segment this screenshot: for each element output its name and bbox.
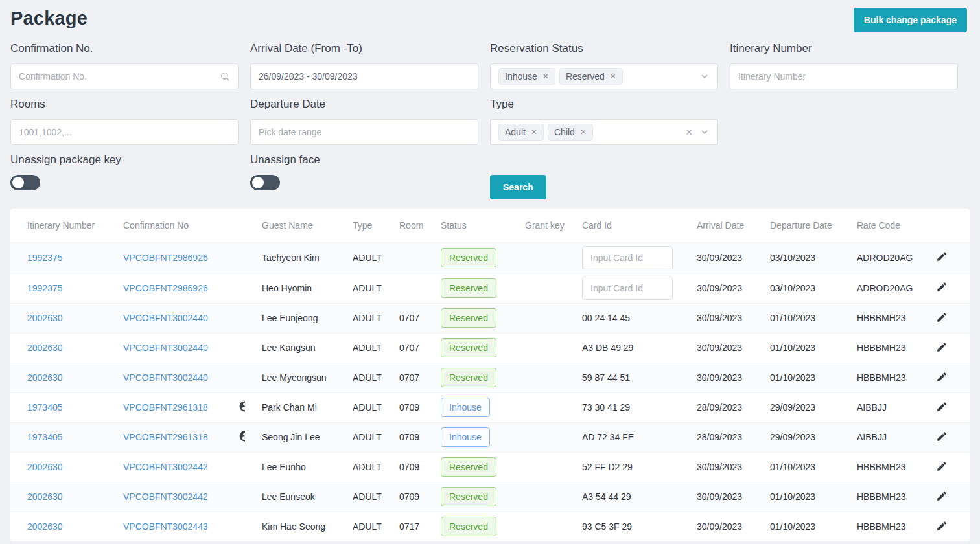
column-header: Departure Date	[753, 209, 840, 242]
itinerary-link[interactable]: 2002630	[27, 372, 63, 383]
bulk-change-package-button[interactable]: Bulk change package	[854, 8, 967, 32]
rate-code: ADROD20AG	[840, 242, 919, 273]
confirmation-link[interactable]: VPCOBFNT3002440	[123, 372, 208, 383]
room-number: 0707	[382, 333, 424, 363]
rate-code: HBBBMH23	[840, 452, 919, 482]
filter-search: Search	[490, 145, 718, 199]
confirmation-link[interactable]: VPCOBFNT3002442	[123, 492, 208, 502]
filter-spacer	[730, 89, 958, 145]
person-icon	[239, 430, 245, 442]
tag-label: Child	[554, 127, 575, 137]
search-button[interactable]: Search	[490, 175, 546, 199]
itinerary-link[interactable]: 2002630	[27, 343, 63, 353]
itinerary-link[interactable]: 1992375	[27, 283, 63, 293]
table-row: 2002630 VPCOBFNT3002442 Lee Eunho ADULT …	[10, 452, 970, 482]
results-table-card: Itinerary NumberConfirmation NoGuest Nam…	[10, 209, 970, 541]
itinerary-number-input[interactable]	[738, 64, 950, 89]
confirmation-link[interactable]: VPCOBFNT3002442	[123, 462, 208, 472]
confirmation-link[interactable]: VPCOBFNT3002440	[123, 343, 208, 353]
table-row: 2002630 VPCOBFNT3002442 Lee Eunseok ADUL…	[10, 482, 970, 512]
card-id-value: 00 24 14 45	[582, 313, 630, 323]
itinerary-number-label: Itinerary Number	[730, 42, 958, 56]
guest-type: ADULT	[336, 242, 382, 273]
status-badge: Inhouse	[441, 398, 490, 417]
card-id-input[interactable]	[582, 277, 673, 300]
rate-code: AIBBJJ	[840, 392, 919, 422]
rooms-input[interactable]	[19, 120, 230, 144]
status-badge: Reserved	[441, 517, 496, 536]
departure-date: 01/10/2023	[753, 482, 840, 512]
edit-icon[interactable]	[936, 431, 948, 442]
chevron-down-icon[interactable]	[699, 127, 710, 137]
card-id-value: AD 72 34 FE	[582, 432, 634, 442]
table-row: 1973405 VPCOBFNT2961318 Park Chan Mi ADU…	[10, 392, 970, 422]
edit-icon[interactable]	[936, 251, 948, 262]
column-header: Grant key	[508, 209, 565, 242]
arrival-date: 28/09/2023	[680, 422, 753, 452]
status-badge: Reserved	[441, 248, 496, 267]
confirmation-no-input[interactable]	[19, 64, 216, 89]
filters-panel: Confirmation No. Arrival Date (From -To)…	[0, 32, 980, 199]
confirmation-link[interactable]: VPCOBFNT2986926	[123, 283, 208, 293]
unassign-face-toggle[interactable]	[250, 175, 280, 190]
itinerary-link[interactable]: 1973405	[27, 402, 63, 413]
confirmation-link[interactable]: VPCOBFNT3002443	[123, 521, 208, 532]
filter-reservation-status: Reservation Status Inhouse ✕ Reserved ✕	[490, 34, 718, 89]
edit-icon[interactable]	[936, 341, 948, 353]
itinerary-link[interactable]: 2002630	[27, 462, 63, 472]
guest-name: Lee Eunjeong	[245, 303, 336, 333]
guest-type: ADULT	[336, 422, 382, 452]
type-label: Type	[490, 98, 718, 112]
itinerary-link[interactable]: 1992375	[27, 253, 63, 263]
tag-label: Reserved	[566, 71, 605, 82]
column-header: Card Id	[565, 209, 680, 242]
edit-icon[interactable]	[936, 490, 948, 502]
edit-icon[interactable]	[936, 520, 948, 532]
type-tag: Adult ✕	[498, 124, 544, 141]
confirmation-link[interactable]: VPCOBFNT2961318	[123, 402, 208, 413]
edit-icon[interactable]	[936, 312, 948, 323]
departure-date-input[interactable]	[259, 120, 470, 144]
edit-icon[interactable]	[936, 460, 948, 472]
type-select[interactable]: Adult ✕ Child ✕ ✕	[490, 119, 718, 145]
person-icon	[239, 400, 245, 413]
remove-tag-icon[interactable]: ✕	[531, 128, 537, 136]
itinerary-link[interactable]: 2002630	[27, 521, 63, 532]
card-id-value: 93 C5 3F 29	[582, 521, 632, 532]
itinerary-link[interactable]: 2002630	[27, 313, 63, 323]
clear-select-icon[interactable]: ✕	[685, 127, 693, 137]
guest-type: ADULT	[336, 512, 382, 541]
itinerary-link[interactable]: 2002630	[27, 492, 63, 502]
status-badge: Reserved	[441, 278, 496, 298]
edit-icon[interactable]	[936, 281, 948, 293]
grant-key-cell	[508, 303, 565, 333]
grant-key-cell	[508, 333, 565, 363]
rate-code: HBBBMH23	[840, 512, 919, 541]
reservation-status-select[interactable]: Inhouse ✕ Reserved ✕	[490, 63, 718, 89]
confirmation-link[interactable]: VPCOBFNT2961318	[123, 432, 208, 442]
confirmation-link[interactable]: VPCOBFNT3002440	[123, 313, 208, 323]
filter-rooms: Rooms	[10, 89, 239, 145]
edit-icon[interactable]	[936, 371, 948, 383]
room-number	[382, 242, 424, 273]
unassign-package-key-toggle[interactable]	[10, 175, 40, 190]
edit-icon[interactable]	[936, 401, 948, 413]
card-id-input[interactable]	[582, 246, 673, 269]
remove-tag-icon[interactable]: ✕	[580, 128, 587, 136]
arrival-date: 30/09/2023	[680, 303, 753, 333]
confirmation-link[interactable]: VPCOBFNT2986926	[123, 253, 208, 263]
guest-name: Heo Hyomin	[245, 273, 336, 303]
guest-type: ADULT	[336, 392, 382, 422]
arrival-date: 30/09/2023	[680, 273, 753, 303]
arrival-date-input[interactable]	[259, 64, 470, 89]
chevron-down-icon[interactable]	[699, 71, 710, 82]
rate-code: HBBBMH23	[840, 482, 919, 512]
card-id-value: A3 DB 49 29	[582, 343, 633, 353]
reservation-status-label: Reservation Status	[490, 42, 718, 56]
topbar: Package Bulk change package	[0, 0, 980, 32]
itinerary-link[interactable]: 1973405	[27, 432, 63, 442]
unassign-package-key-label: Unassign package key	[10, 153, 239, 168]
column-header	[919, 209, 970, 242]
remove-tag-icon[interactable]: ✕	[610, 73, 616, 80]
remove-tag-icon[interactable]: ✕	[542, 73, 549, 80]
